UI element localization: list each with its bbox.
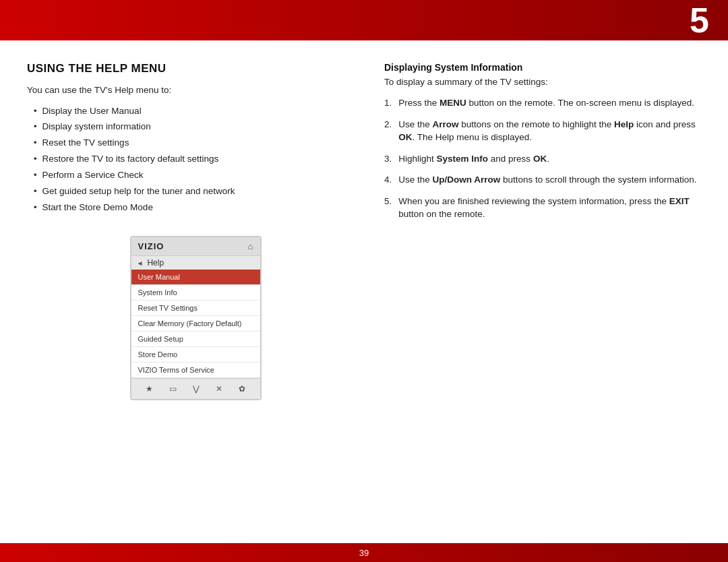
down-arrow-icon: ⋁ — [193, 384, 200, 394]
tv-menu-header: ◄ Help — [131, 255, 260, 270]
tv-menu-list: User Manual System Info Reset TV Setting… — [131, 270, 260, 378]
list-item: Display system information — [34, 119, 364, 135]
bold-exit: EXIT — [669, 196, 690, 206]
star-button-icon: ★ — [146, 384, 153, 394]
right-column: Displaying System Information To display… — [384, 62, 701, 530]
step-number: 1. — [384, 96, 392, 110]
tv-menu-item-reset: Reset TV Settings — [131, 301, 260, 316]
step-3: 3. Highlight System Info and press OK. — [384, 152, 701, 166]
tv-mockup: VIZIO ⌂ ◄ Help User Manual System Info R… — [130, 236, 262, 400]
step-text: Highlight System Info and press OK. — [398, 152, 549, 166]
chapter-number: 5 — [690, 3, 709, 38]
tv-menu-item-systeminfo: System Info — [131, 285, 260, 301]
list-item: Perform a Service Check — [34, 168, 364, 184]
page-footer: 39 — [359, 548, 369, 558]
main-content: USING THE HELP MENU You can use the TV's… — [0, 40, 728, 543]
step-text: Press the MENU button on the remote. The… — [398, 96, 694, 110]
tv-screen: VIZIO ⌂ ◄ Help User Manual System Info R… — [131, 237, 260, 399]
settings-icon: ✿ — [239, 384, 245, 394]
tv-menu-item-usermanual: User Manual — [131, 270, 260, 285]
tv-menu-item-terms: VIZIO Terms of Service — [131, 363, 260, 378]
menu-button-icon: ▭ — [169, 384, 177, 394]
step-number: 2. — [384, 118, 392, 144]
step-5: 5. When you are finished reviewing the s… — [384, 195, 701, 221]
tv-brand-logo: VIZIO — [138, 241, 164, 251]
bold-help: Help — [614, 119, 634, 129]
step-text: Use the Up/Down Arrow buttons to scroll … — [398, 173, 696, 187]
bold-ok: OK — [398, 132, 412, 142]
tv-menu-item-clearmemory: Clear Memory (Factory Default) — [131, 316, 260, 332]
menu-header-label: Help — [147, 258, 164, 268]
left-column: USING THE HELP MENU You can use the TV's… — [27, 62, 364, 530]
step-number: 5. — [384, 195, 392, 221]
list-item: Restore the TV to its factory default se… — [34, 152, 364, 168]
feature-list: Display the User Manual Display system i… — [27, 103, 364, 216]
tv-menu-item-storedemo: Store Demo — [131, 347, 260, 363]
intro-text: You can use the TV's Help menu to: — [27, 85, 364, 95]
tv-bottom-controls: ★ ▭ ⋁ ✕ ✿ — [131, 378, 260, 399]
section-title: USING THE HELP MENU — [27, 62, 364, 75]
tv-mockup-container: VIZIO ⌂ ◄ Help User Manual System Info R… — [27, 236, 364, 400]
tv-top-bar: VIZIO ⌂ — [131, 237, 260, 255]
step-text: Use the Arrow buttons on the remote to h… — [398, 118, 701, 144]
step-text: When you are finished reviewing the syst… — [398, 195, 701, 221]
list-item: Start the Store Demo Mode — [34, 199, 364, 216]
bold-arrow: Arrow — [433, 119, 459, 129]
list-item: Get guided setup help for the tuner and … — [34, 183, 364, 199]
exit-button-icon: ✕ — [216, 384, 222, 394]
list-item: Display the User Manual — [34, 103, 364, 119]
step-number: 3. — [384, 152, 392, 166]
bold-menu: MENU — [439, 98, 466, 108]
step-1: 1. Press the MENU button on the remote. … — [384, 96, 701, 110]
subsection-title: Displaying System Information — [384, 62, 701, 73]
bottom-bar: 39 — [0, 543, 728, 562]
bold-updown: Up/Down Arrow — [433, 175, 501, 185]
bold-sysinfo: System Info — [437, 154, 489, 164]
step-2: 2. Use the Arrow buttons on the remote t… — [384, 118, 701, 144]
steps-list: 1. Press the MENU button on the remote. … — [384, 96, 701, 221]
home-icon: ⌂ — [248, 241, 253, 251]
bold-ok2: OK — [533, 154, 547, 164]
list-item: Reset the TV settings — [34, 135, 364, 152]
step-4: 4. Use the Up/Down Arrow buttons to scro… — [384, 173, 701, 187]
tv-menu-item-guidedsetup: Guided Setup — [131, 332, 260, 347]
top-bar: 5 — [0, 0, 728, 40]
subsection-intro: To display a summary of the TV settings: — [384, 77, 701, 87]
back-arrow-icon: ◄ — [137, 259, 144, 267]
step-number: 4. — [384, 173, 392, 187]
